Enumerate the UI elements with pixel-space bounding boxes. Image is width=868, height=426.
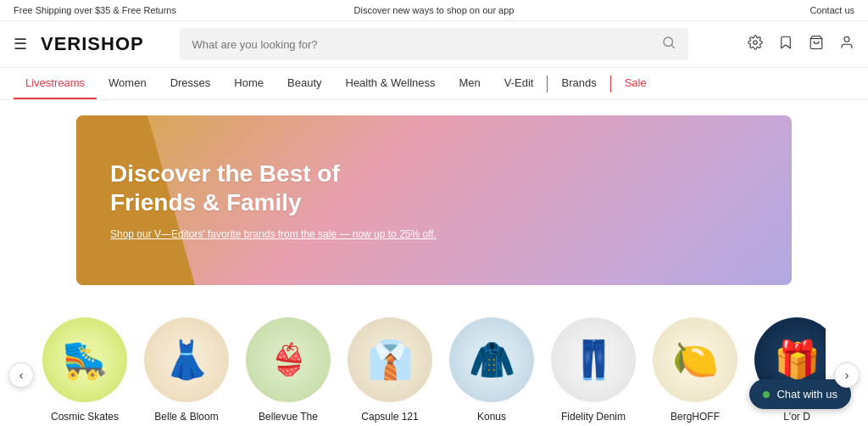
logo[interactable]: VERISHOP (41, 33, 144, 55)
brand-circle-fidelity: 👖 (551, 317, 636, 402)
search-bar[interactable] (180, 28, 688, 60)
contact-us-link[interactable]: Contact us (810, 5, 854, 15)
brand-circle-bellevue: 👙 (246, 317, 331, 402)
nav-item-brands[interactable]: Brands (549, 68, 608, 99)
carousel-prev-button[interactable]: ‹ (8, 362, 34, 388)
brand-item-bellevue[interactable]: 👙 Bellevue TheLabel (246, 317, 331, 426)
nav-item-beauty[interactable]: Beauty (275, 68, 333, 99)
chevron-right-icon: › (845, 368, 849, 382)
brand-item-lor[interactable]: 🎁 L'or DSera... (754, 317, 826, 426)
brand-name-fidelity: Fidelity Denim (561, 411, 626, 424)
banner-title: Discover the Best ofFriends & Family (110, 160, 437, 216)
chat-status-dot (763, 391, 770, 398)
svg-line-1 (672, 45, 675, 48)
capsule-image: 👔 (367, 338, 414, 382)
fidelity-image: 👖 (570, 338, 617, 382)
brand-name-bellevue: Bellevue TheLabel (259, 411, 318, 426)
svg-point-2 (754, 40, 758, 44)
brand-item-konus[interactable]: 🧥 Konus (449, 317, 534, 424)
nav-separator-2 (610, 76, 611, 92)
search-icon (661, 35, 676, 53)
brand-name-capsule: Capsule 121 (361, 411, 418, 424)
berghoff-image: 🍋 (672, 338, 719, 382)
chat-label: Chat with us (776, 388, 837, 401)
brand-item-fidelity[interactable]: 👖 Fidelity Denim (551, 317, 636, 424)
topbar-center: Discover new ways to shop on our app (294, 5, 575, 15)
brand-item-capsule[interactable]: 👔 Capsule 121 (348, 317, 432, 424)
bag-icon[interactable] (809, 35, 824, 54)
nav-item-dresses[interactable]: Dresses (159, 68, 223, 99)
search-svg (661, 35, 676, 50)
brand-item-cosmic-skates[interactable]: 🛼 Cosmic Skates (42, 317, 127, 424)
banner-content: Discover the Best ofFriends & Family Sho… (76, 134, 470, 266)
hamburger-menu-icon[interactable]: ☰ (14, 35, 27, 53)
header: ☰ VERISHOP (0, 21, 868, 68)
topbar-right[interactable]: Contact us (574, 5, 854, 15)
nav-item-vedit[interactable]: V-Edit (492, 68, 546, 99)
brands-carousel: 🛼 Cosmic Skates 👗 Belle & Bloom 👙 Bellev… (42, 317, 826, 426)
search-input[interactable] (192, 38, 654, 51)
brand-item-berghoff[interactable]: 🍋 BergHOFF (653, 317, 737, 424)
app-promo-text: Discover new ways to shop on our app (354, 5, 515, 15)
brand-name-lor: L'or DSera... (782, 411, 811, 426)
brand-circle-capsule: 👔 (348, 317, 432, 402)
shipping-text: Free Shipping over $35 & Free Returns (14, 5, 176, 15)
brand-name-cosmic-skates: Cosmic Skates (51, 411, 119, 424)
bellevue-image: 👙 (270, 342, 308, 378)
nav-item-health[interactable]: Health & Wellness (334, 68, 448, 99)
lor-image: 🎁 (774, 338, 821, 382)
navigation: Livestreams Women Dresses Home Beauty He… (0, 68, 868, 100)
banner-link[interactable]: Shop our V—Editors' favorite brands from… (110, 228, 437, 240)
top-bar: Free Shipping over $35 & Free Returns Di… (0, 0, 868, 21)
cosmic-skates-image: 🛼 (62, 338, 108, 382)
svg-point-0 (664, 37, 673, 47)
brand-item-belle-bloom[interactable]: 👗 Belle & Bloom (144, 317, 229, 424)
topbar-left: Free Shipping over $35 & Free Returns (14, 5, 294, 15)
brand-circle-belle-bloom: 👗 (144, 317, 229, 402)
brand-circle-berghoff: 🍋 (653, 317, 737, 402)
chevron-left-icon: ‹ (19, 368, 24, 382)
konus-image: 🧥 (469, 338, 515, 382)
svg-point-4 (844, 36, 849, 42)
carousel-next-button[interactable]: › (834, 362, 860, 388)
chat-button[interactable]: Chat with us (749, 379, 851, 409)
nav-item-livestreams[interactable]: Livestreams (14, 68, 97, 99)
brand-name-konus: Konus (477, 411, 506, 424)
nav-item-sale[interactable]: Sale (613, 68, 659, 99)
nav-item-home[interactable]: Home (222, 68, 275, 99)
brand-circle-konus: 🧥 (449, 317, 534, 402)
nav-item-women[interactable]: Women (97, 68, 159, 99)
belle-bloom-image: 👗 (164, 338, 210, 382)
header-icons (748, 35, 854, 54)
brand-name-belle-bloom: Belle & Bloom (154, 411, 218, 424)
nav-separator (547, 76, 548, 92)
bookmark-icon[interactable] (778, 35, 793, 54)
brands-section: ‹ 🛼 Cosmic Skates 👗 Belle & Bloom 👙 Bell… (0, 300, 868, 426)
nav-item-men[interactable]: Men (447, 68, 492, 99)
brand-circle-cosmic-skates: 🛼 (42, 317, 127, 402)
hero-banner: Discover the Best ofFriends & Family Sho… (76, 115, 792, 285)
settings-icon[interactable] (748, 35, 763, 54)
brand-name-berghoff: BergHOFF (670, 411, 720, 424)
user-icon[interactable] (839, 35, 854, 54)
